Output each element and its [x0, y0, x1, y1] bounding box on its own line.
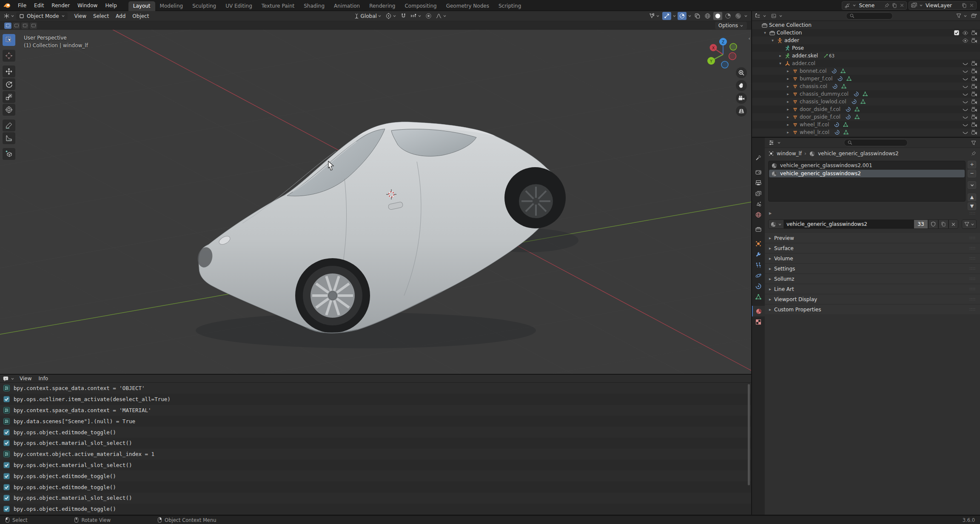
- properties-tab-scene[interactable]: [752, 199, 765, 209]
- eye-closed-icon[interactable]: [962, 76, 969, 82]
- disclosure-right-icon[interactable]: ▸: [785, 92, 791, 96]
- properties-tab-output[interactable]: [752, 177, 765, 188]
- panel-preview[interactable]: ▸Preview::::: [765, 233, 980, 243]
- outliner-row-chassis-col[interactable]: ▸chassis.col: [752, 83, 980, 90]
- fake-user-shield-button[interactable]: [928, 219, 938, 229]
- material-user-count[interactable]: 33: [914, 219, 928, 229]
- camera-view-button[interactable]: [736, 93, 747, 104]
- camera-icon[interactable]: [971, 91, 977, 97]
- properties-tab-tool[interactable]: [752, 152, 765, 163]
- disclosure-down-icon[interactable]: ▾: [778, 61, 783, 66]
- viewlayer-selector[interactable]: ViewLayer: [909, 1, 977, 10]
- info-log-row[interactable]: bpy.ops.object.editmode_toggle(): [0, 481, 751, 493]
- panel-settings[interactable]: ▸Settings::::: [765, 264, 980, 273]
- panel-drag-grip[interactable]: ::::: [969, 267, 976, 271]
- menu-edit[interactable]: Edit: [30, 1, 48, 10]
- camera-icon[interactable]: [971, 30, 977, 36]
- properties-tab-physics[interactable]: [752, 270, 765, 281]
- close-icon[interactable]: [969, 3, 974, 8]
- disclosure-right-icon[interactable]: ▸: [778, 54, 783, 58]
- select-box-tool[interactable]: [3, 34, 15, 46]
- tab-rendering[interactable]: Rendering: [365, 1, 400, 11]
- disclosure-right-icon[interactable]: ▸: [785, 69, 791, 73]
- editor-type-info-icon[interactable]: [3, 376, 9, 382]
- panel-drag-grip[interactable]: ::::: [969, 277, 976, 281]
- disclosure-right-icon[interactable]: ▸: [785, 115, 791, 119]
- tab-animation[interactable]: Animation: [329, 1, 365, 11]
- 3d-viewport[interactable]: Object Mode ViewSelectAddObject Global: [0, 11, 751, 374]
- camera-icon[interactable]: [971, 60, 977, 67]
- breadcrumb-material[interactable]: vehicle_generic_glasswindows2: [818, 151, 899, 157]
- properties-tab-collection[interactable]: [752, 224, 765, 234]
- eye-closed-icon[interactable]: [962, 60, 969, 67]
- new-copy-icon[interactable]: [892, 3, 897, 9]
- disclosure-right-icon[interactable]: ▸: [785, 100, 791, 104]
- outliner-filter-mode-icon[interactable]: [771, 13, 777, 19]
- eye-closed-icon[interactable]: [962, 99, 969, 105]
- properties-tab-particles[interactable]: [752, 259, 765, 270]
- tab-uv-editing[interactable]: UV Editing: [221, 1, 257, 11]
- outliner-row-wheel-lr-col[interactable]: ▸wheel_lr.col: [752, 128, 980, 136]
- properties-tab-render[interactable]: [752, 167, 765, 177]
- orientation-selector[interactable]: Global: [352, 12, 383, 20]
- panel-sollumz[interactable]: ▸Sollumz::::: [765, 274, 980, 284]
- outliner-item-label[interactable]: adder.skel: [792, 53, 818, 59]
- disclosure-right-icon[interactable]: ▸: [785, 130, 791, 134]
- measure-tool[interactable]: [3, 132, 15, 144]
- properties-editor[interactable]: window_lf › vehicle_generic_glasswindows…: [752, 138, 980, 515]
- outliner-row-adder[interactable]: ▾adder: [752, 37, 980, 44]
- info-log-row[interactable]: bpy.context.object.active_material_index…: [0, 449, 751, 460]
- outliner-item-label[interactable]: adder: [784, 37, 799, 43]
- properties-tab-texture[interactable]: [752, 316, 765, 327]
- info-menu-view[interactable]: View: [16, 375, 35, 382]
- select-mode-new-icon[interactable]: [4, 23, 11, 29]
- camera-icon[interactable]: [971, 99, 977, 105]
- blender-logo-icon[interactable]: [3, 2, 11, 9]
- shading-material[interactable]: [724, 12, 732, 20]
- add-cube-tool[interactable]: [3, 148, 15, 160]
- outliner-item-label[interactable]: chassis_lowlod.col: [800, 99, 846, 105]
- viewport-menu-object[interactable]: Object: [129, 12, 152, 20]
- panel-surface[interactable]: ▸Surface::::: [765, 243, 980, 253]
- outliner-item-label[interactable]: adder.col: [792, 60, 815, 66]
- eye-closed-icon[interactable]: [962, 122, 969, 128]
- eye-closed-icon[interactable]: [962, 129, 969, 136]
- outliner-row-adder-col[interactable]: ▾adder.col: [752, 60, 980, 67]
- tab-scripting[interactable]: Scripting: [494, 1, 526, 11]
- info-log-row[interactable]: bpy.context.space_data.context = 'OBJECT…: [0, 383, 751, 394]
- panel-volume[interactable]: ▸Volume::::: [765, 253, 980, 263]
- remove-slot-button[interactable]: −: [968, 170, 976, 177]
- info-log-row[interactable]: bpy.ops.object.editmode_toggle(): [0, 427, 751, 438]
- outliner-item-label[interactable]: wheel_lf.col: [800, 122, 829, 128]
- tab-compositing[interactable]: Compositing: [400, 1, 441, 11]
- disclosure-down-icon[interactable]: ▾: [762, 31, 768, 35]
- eye-closed-icon[interactable]: [962, 114, 969, 120]
- properties-tab-world[interactable]: [752, 209, 765, 220]
- pan-button[interactable]: [736, 80, 747, 91]
- material-slot-list[interactable]: vehicle_generic_glasswindows2.001vehicle…: [768, 161, 966, 202]
- disclosure-right-icon[interactable]: ▸: [785, 122, 791, 127]
- rotate-tool[interactable]: [3, 78, 15, 90]
- camera-icon[interactable]: [971, 37, 977, 44]
- outliner-item-label[interactable]: wheel_lr.col: [800, 129, 829, 135]
- pivot-selector[interactable]: [384, 12, 398, 20]
- camera-icon[interactable]: [971, 114, 977, 120]
- outliner-row-wheel-lf-col[interactable]: ▸wheel_lf.col: [752, 121, 980, 128]
- scene-name[interactable]: Scene: [858, 3, 882, 9]
- info-log-row[interactable]: bpy.ops.outliner.item_activate(deselect_…: [0, 394, 751, 405]
- menu-render[interactable]: Render: [48, 1, 74, 10]
- sidebar-collapse-arrow[interactable]: ‹: [749, 36, 750, 41]
- tab-sculpting[interactable]: Sculpting: [188, 1, 221, 11]
- info-log-row[interactable]: bpy.ops.object.material_slot_select(): [0, 460, 751, 471]
- eye-closed-icon[interactable]: [962, 106, 969, 113]
- select-mode-subtract-icon[interactable]: [21, 23, 28, 29]
- close-icon[interactable]: [899, 3, 905, 8]
- shading-solid[interactable]: [713, 12, 722, 20]
- disclosure-right-icon[interactable]: ▸: [785, 77, 791, 81]
- falloff-selector[interactable]: [434, 12, 448, 20]
- panel-drag-grip[interactable]: ::::: [969, 287, 976, 291]
- outliner-item-label[interactable]: Collection: [777, 30, 802, 36]
- outliner-item-label[interactable]: bumper_f.col: [800, 76, 832, 82]
- properties-tab-view-layer[interactable]: [752, 188, 765, 199]
- pin-icon[interactable]: [884, 3, 890, 9]
